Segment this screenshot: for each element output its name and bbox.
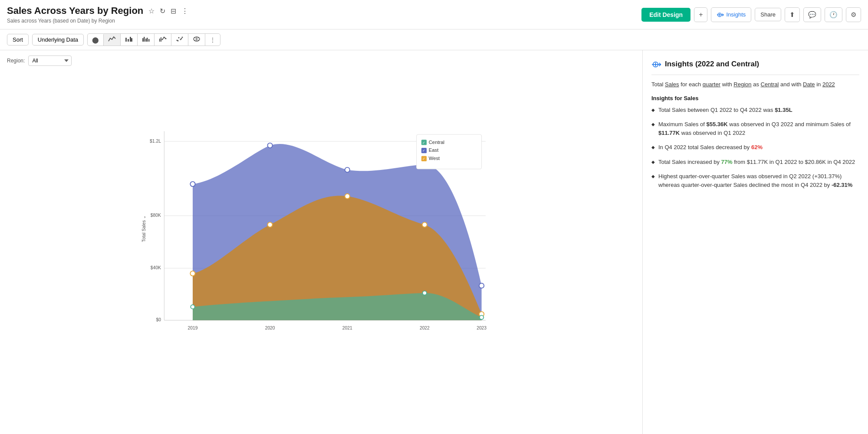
central-point-2023[interactable] <box>480 315 483 319</box>
svg-text:2020: 2020 <box>265 326 275 330</box>
svg-text:West: West <box>429 156 440 161</box>
bar-chart-button[interactable] <box>121 34 138 46</box>
west-point-2019[interactable] <box>190 271 195 276</box>
svg-text:$80K: $80K <box>151 213 161 218</box>
insights-panel: ⟴ Insights (2022 and Central) Total Sale… <box>642 50 868 434</box>
svg-rect-1 <box>128 39 129 42</box>
svg-text:2022: 2022 <box>420 326 430 330</box>
comment-button[interactable]: 💬 <box>803 7 821 22</box>
east-point-2023[interactable] <box>479 283 484 288</box>
chart-type-selector: ⬤ ⋮ <box>87 33 220 46</box>
chart-container: $0 $40K $80K $1.2L Total Sales ⌄ 20 <box>7 70 639 431</box>
insights-header-icon: ⟴ <box>651 59 661 69</box>
svg-rect-2 <box>130 37 131 42</box>
refresh-button[interactable]: ↻ <box>159 6 166 16</box>
svg-point-12 <box>164 37 165 38</box>
combo-chart-button[interactable] <box>155 34 171 46</box>
scatter-plot-button[interactable] <box>171 34 188 46</box>
insight-item-1: ◆ Total Sales between Q1 2022 to Q4 2022… <box>651 106 859 114</box>
insight-text-4: Total Sales increased by 77% from $11.77… <box>658 158 855 166</box>
insights-header: ⟴ Insights (2022 and Central) <box>651 59 859 69</box>
favorite-button[interactable]: ☆ <box>148 6 155 16</box>
area-chart: $0 $40K $80K $1.2L Total Sales ⌄ 20 <box>7 70 639 330</box>
insight-text-5: Highest quarter-over-quarter Sales was o… <box>658 172 859 189</box>
svg-point-13 <box>165 38 167 39</box>
svg-text:2023: 2023 <box>477 326 487 330</box>
save-button[interactable]: ⊟ <box>170 6 177 16</box>
insight-item-4: ◆ Total Sales increased by 77% from $11.… <box>651 158 859 166</box>
header-right: Edit Design + ⟴ Insights Share ⬆ 💬 🕐 ⚙ <box>641 7 861 22</box>
header-title-row: Sales Across Years by Region ☆ ↻ ⊟ ⋮ <box>7 5 189 16</box>
chart-area: Region: All Central East West $0 $40K $8… <box>0 50 642 434</box>
svg-rect-6 <box>145 39 147 42</box>
insight-item-5: ◆ Highest quarter-over-quarter Sales was… <box>651 172 859 189</box>
svg-rect-10 <box>161 37 161 42</box>
bullet-icon-5: ◆ <box>651 173 655 179</box>
header-title-icons: ☆ ↻ ⊟ ⋮ <box>148 6 189 16</box>
sort-button[interactable]: Sort <box>7 34 29 46</box>
main-content: Region: All Central East West $0 $40K $8… <box>0 50 868 434</box>
header-subtitle: Sales across Years (based on Date) by Re… <box>7 18 189 24</box>
more-chart-types-button[interactable]: ⋮ <box>205 34 220 46</box>
more-options-button[interactable]: ⋮ <box>181 6 189 16</box>
grouped-bar-button[interactable] <box>138 34 155 46</box>
region-filter-label: Region: <box>7 58 25 64</box>
svg-rect-3 <box>131 38 132 42</box>
line-chart-button[interactable] <box>104 34 121 46</box>
edit-design-button[interactable]: Edit Design <box>641 8 690 22</box>
svg-text:$0: $0 <box>156 317 161 322</box>
header: Sales Across Years by Region ☆ ↻ ⊟ ⋮ Sal… <box>0 0 868 29</box>
insights-icon: ⟴ <box>717 11 724 19</box>
central-point-2019[interactable] <box>191 305 194 309</box>
bullet-icon-3: ◆ <box>651 144 655 150</box>
svg-text:✓: ✓ <box>422 140 425 145</box>
west-point-2021[interactable] <box>345 194 350 199</box>
insight-text-3: In Q4 2022 total Sales decreased by 62% <box>658 143 763 152</box>
svg-text:✓: ✓ <box>422 157 425 161</box>
svg-rect-9 <box>159 39 160 42</box>
svg-text:$40K: $40K <box>151 265 161 270</box>
filter-row: Region: All Central East West <box>7 55 639 66</box>
east-point-2021[interactable] <box>345 167 350 172</box>
central-point-2022[interactable] <box>423 291 427 295</box>
svg-point-19 <box>181 38 182 39</box>
insights-title: Insights (2022 and Central) <box>665 60 759 69</box>
toolbar: Sort Underlying Data ⬤ ⋮ <box>0 29 868 50</box>
west-point-2020[interactable] <box>268 222 273 227</box>
map-button[interactable] <box>188 34 205 46</box>
east-point-2020[interactable] <box>268 143 273 148</box>
region-filter-select[interactable]: All Central East West <box>28 55 72 66</box>
insights-section-title: Insights for Sales <box>651 95 859 101</box>
upload-button[interactable]: ⬆ <box>785 7 800 22</box>
svg-point-11 <box>162 39 163 40</box>
svg-rect-8 <box>148 39 150 42</box>
insight-item-2: ◆ Maximum Sales of $55.36K was observed … <box>651 120 859 137</box>
page-title: Sales Across Years by Region <box>7 5 143 16</box>
header-left: Sales Across Years by Region ☆ ↻ ⊟ ⋮ Sal… <box>7 5 189 24</box>
svg-point-17 <box>182 37 183 38</box>
insight-text-2: Maximum Sales of $55.36K was observed in… <box>658 120 859 137</box>
east-point-2019[interactable] <box>190 182 195 186</box>
insights-button[interactable]: ⟴ Insights <box>711 7 751 22</box>
svg-text:Central: Central <box>429 140 444 145</box>
svg-text:2019: 2019 <box>188 326 198 330</box>
settings-button[interactable]: ⚙ <box>846 7 861 22</box>
add-button[interactable]: + <box>694 7 707 22</box>
pie-chart-button[interactable]: ⬤ <box>88 34 104 46</box>
svg-text:East: East <box>429 147 439 153</box>
underlying-data-button[interactable]: Underlying Data <box>32 34 84 46</box>
svg-text:Total Sales  ⌄: Total Sales ⌄ <box>141 215 146 242</box>
bullet-icon-2: ◆ <box>651 121 655 127</box>
history-button[interactable]: 🕐 <box>825 7 842 22</box>
west-point-2022[interactable] <box>422 222 427 227</box>
svg-text:✓: ✓ <box>422 148 425 153</box>
svg-point-18 <box>178 40 179 42</box>
share-button[interactable]: Share <box>755 8 781 21</box>
svg-text:$1.2L: $1.2L <box>150 139 161 144</box>
insights-divider <box>651 75 859 75</box>
svg-text:2021: 2021 <box>342 326 352 330</box>
insights-description: Total Sales for each quarter with Region… <box>651 80 859 89</box>
bullet-icon-4: ◆ <box>651 159 655 165</box>
insight-item-3: ◆ In Q4 2022 total Sales decreased by 62… <box>651 143 859 152</box>
svg-rect-4 <box>142 38 144 42</box>
